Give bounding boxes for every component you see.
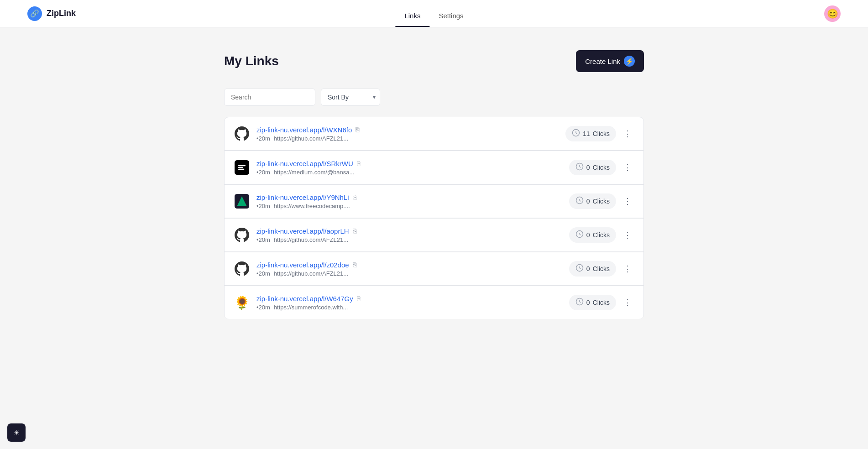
link-favicon bbox=[234, 125, 250, 142]
link-info: zip-link-nu.vercel.app/l/aoprLH ⎘ •20m h… bbox=[256, 227, 356, 243]
create-link-label: Create Link bbox=[585, 57, 620, 65]
bottom-toolbar[interactable]: ☀ bbox=[7, 423, 26, 442]
more-options-button[interactable]: ⋮ bbox=[621, 229, 634, 241]
link-meta: •20m https://summerofcode.with... bbox=[256, 304, 361, 311]
logo-symbol: 🔗 bbox=[30, 9, 39, 18]
navbar: 🔗 ZipLink Links Settings 😊 bbox=[0, 0, 868, 27]
link-url[interactable]: zip-link-nu.vercel.app/l/SRkrWU ⎘ bbox=[256, 160, 361, 167]
link-favicon: 🌻 bbox=[234, 294, 250, 311]
logo-icon: 🔗 bbox=[27, 6, 42, 21]
links-list: zip-link-nu.vercel.app/l/WXN6fo ⎘ •20m h… bbox=[224, 117, 644, 319]
theme-toggle-icon: ☀ bbox=[13, 428, 20, 437]
link-info: zip-link-nu.vercel.app/l/Y9NhLi ⎘ •20m h… bbox=[256, 193, 356, 209]
link-left: zip-link-nu.vercel.app/l/aoprLH ⎘ •20m h… bbox=[234, 227, 356, 243]
link-url[interactable]: zip-link-nu.vercel.app/l/Y9NhLi ⎘ bbox=[256, 193, 356, 201]
link-info: zip-link-nu.vercel.app/l/z02doe ⎘ •20m h… bbox=[256, 261, 356, 277]
link-left: 🌻 zip-link-nu.vercel.app/l/W647Gy ⎘ •20m… bbox=[234, 294, 361, 311]
sort-select[interactable]: Sort By Newest Oldest Most Clicks bbox=[321, 89, 380, 106]
link-info: zip-link-nu.vercel.app/l/WXN6fo ⎘ •20m h… bbox=[256, 126, 359, 142]
link-row: 🌻 zip-link-nu.vercel.app/l/W647Gy ⎘ •20m… bbox=[224, 286, 644, 319]
link-right: 0 Clicks ⋮ bbox=[569, 295, 634, 310]
link-info: zip-link-nu.vercel.app/l/SRkrWU ⎘ •20m h… bbox=[256, 160, 361, 176]
link-right: 0 Clicks ⋮ bbox=[569, 160, 634, 175]
link-right: 0 Clicks ⋮ bbox=[569, 261, 634, 277]
more-options-button[interactable]: ⋮ bbox=[621, 162, 634, 173]
svg-rect-4 bbox=[238, 169, 244, 170]
page-header: My Links Create Link ⚡ bbox=[224, 50, 644, 72]
click-icon bbox=[575, 230, 584, 240]
click-icon bbox=[575, 264, 584, 274]
click-badge: 0 Clicks bbox=[569, 295, 616, 310]
link-favicon bbox=[234, 261, 250, 277]
more-options-button[interactable]: ⋮ bbox=[621, 297, 634, 308]
link-left: zip-link-nu.vercel.app/l/WXN6fo ⎘ •20m h… bbox=[234, 125, 359, 142]
click-icon bbox=[575, 298, 584, 308]
copy-icon[interactable]: ⎘ bbox=[353, 227, 356, 235]
avatar-emoji: 😊 bbox=[827, 8, 838, 19]
create-link-icon: ⚡ bbox=[624, 56, 635, 67]
sort-wrapper: Sort By Newest Oldest Most Clicks bbox=[321, 89, 380, 106]
avatar[interactable]: 😊 bbox=[824, 5, 841, 22]
link-meta: •20m https://github.com/AFZL21... bbox=[256, 236, 356, 243]
link-meta: •20m https://www.freecodecamp.... bbox=[256, 203, 356, 209]
link-meta: •20m https://medium.com/@bansa... bbox=[256, 169, 361, 176]
copy-icon[interactable]: ⎘ bbox=[353, 193, 356, 201]
more-options-button[interactable]: ⋮ bbox=[621, 195, 634, 207]
create-link-button[interactable]: Create Link ⚡ bbox=[576, 50, 644, 72]
svg-rect-2 bbox=[238, 165, 246, 167]
copy-icon[interactable]: ⎘ bbox=[353, 261, 356, 268]
link-url[interactable]: zip-link-nu.vercel.app/l/aoprLH ⎘ bbox=[256, 227, 356, 235]
link-right: 0 Clicks ⋮ bbox=[569, 193, 634, 209]
click-icon bbox=[575, 196, 584, 206]
svg-rect-3 bbox=[238, 167, 243, 168]
link-row: zip-link-nu.vercel.app/l/aoprLH ⎘ •20m h… bbox=[224, 218, 644, 252]
link-favicon bbox=[234, 227, 250, 243]
search-input[interactable] bbox=[224, 89, 315, 106]
more-options-button[interactable]: ⋮ bbox=[621, 263, 634, 275]
tab-settings[interactable]: Settings bbox=[429, 5, 472, 27]
logo-area: 🔗 ZipLink bbox=[27, 6, 76, 21]
link-row: zip-link-nu.vercel.app/l/WXN6fo ⎘ •20m h… bbox=[224, 117, 644, 151]
page-title: My Links bbox=[224, 54, 279, 68]
link-row: zip-link-nu.vercel.app/l/Y9NhLi ⎘ •20m h… bbox=[224, 184, 644, 218]
copy-icon[interactable]: ⎘ bbox=[357, 160, 361, 167]
link-info: zip-link-nu.vercel.app/l/W647Gy ⎘ •20m h… bbox=[256, 295, 361, 311]
main-content: My Links Create Link ⚡ Sort By Newest Ol… bbox=[215, 27, 653, 342]
link-favicon bbox=[234, 193, 250, 209]
link-row: zip-link-nu.vercel.app/l/SRkrWU ⎘ •20m h… bbox=[224, 151, 644, 184]
click-badge: 0 Clicks bbox=[569, 160, 616, 175]
click-icon bbox=[575, 162, 584, 172]
link-meta: •20m https://github.com/AFZL21... bbox=[256, 270, 356, 277]
link-url[interactable]: zip-link-nu.vercel.app/l/z02doe ⎘ bbox=[256, 261, 356, 269]
copy-icon[interactable]: ⎘ bbox=[357, 295, 361, 302]
link-left: zip-link-nu.vercel.app/l/z02doe ⎘ •20m h… bbox=[234, 261, 356, 277]
click-badge: 0 Clicks bbox=[569, 261, 616, 277]
nav-tabs: Links Settings bbox=[395, 5, 472, 27]
click-badge: 11 Clicks bbox=[565, 126, 616, 141]
app-name: ZipLink bbox=[47, 9, 76, 18]
click-badge: 0 Clicks bbox=[569, 227, 616, 243]
link-left: zip-link-nu.vercel.app/l/SRkrWU ⎘ •20m h… bbox=[234, 159, 361, 176]
link-url[interactable]: zip-link-nu.vercel.app/l/W647Gy ⎘ bbox=[256, 295, 361, 303]
link-right: 0 Clicks ⋮ bbox=[569, 227, 634, 243]
copy-icon[interactable]: ⎘ bbox=[356, 126, 359, 133]
link-right: 11 Clicks ⋮ bbox=[565, 126, 634, 141]
link-row: zip-link-nu.vercel.app/l/z02doe ⎘ •20m h… bbox=[224, 252, 644, 286]
click-icon bbox=[572, 129, 580, 139]
tab-links[interactable]: Links bbox=[395, 5, 429, 27]
link-favicon bbox=[234, 159, 250, 176]
more-options-button[interactable]: ⋮ bbox=[621, 128, 634, 140]
click-badge: 0 Clicks bbox=[569, 193, 616, 209]
link-meta: •20m https://github.com/AFZL21... bbox=[256, 135, 359, 142]
toolbar: Sort By Newest Oldest Most Clicks bbox=[224, 89, 644, 106]
link-url[interactable]: zip-link-nu.vercel.app/l/WXN6fo ⎘ bbox=[256, 126, 359, 134]
link-left: zip-link-nu.vercel.app/l/Y9NhLi ⎘ •20m h… bbox=[234, 193, 356, 209]
